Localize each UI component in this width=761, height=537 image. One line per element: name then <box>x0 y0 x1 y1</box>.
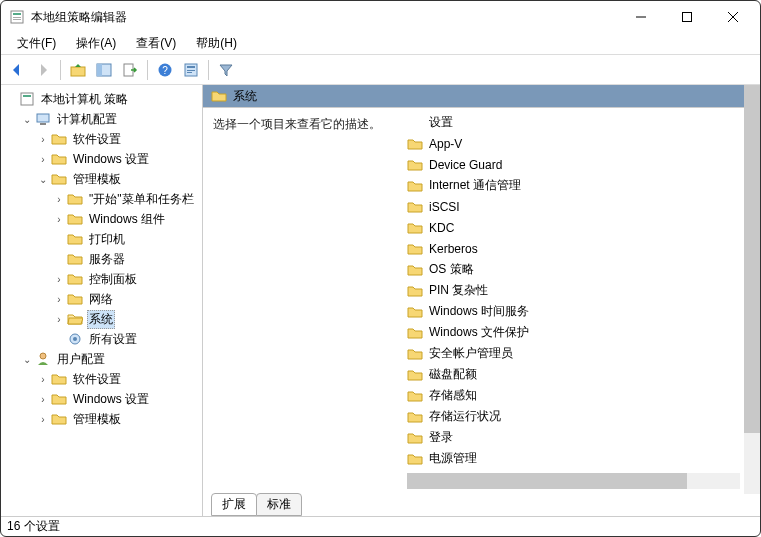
list-item[interactable]: Internet 通信管理 <box>403 175 744 196</box>
folder-icon <box>67 291 83 307</box>
chevron-right-icon[interactable]: › <box>51 214 67 225</box>
tree-computer-config[interactable]: ⌄ 计算机配置 <box>3 109 200 129</box>
list-item[interactable]: 登录 <box>403 427 744 448</box>
tree-label: 本地计算机 策略 <box>39 91 130 108</box>
tab-standard[interactable]: 标准 <box>256 493 302 516</box>
app-icon <box>9 9 25 25</box>
list-item[interactable]: PIN 复杂性 <box>403 280 744 301</box>
column-header[interactable]: 系统 <box>203 85 744 107</box>
chevron-down-icon[interactable]: ⌄ <box>19 114 35 125</box>
svg-point-23 <box>73 337 77 341</box>
tree-item[interactable]: 打印机 <box>3 229 200 249</box>
maximize-button[interactable] <box>664 2 710 32</box>
menu-action[interactable]: 操作(A) <box>66 33 126 54</box>
horizontal-scrollbar[interactable] <box>407 473 740 489</box>
list-column[interactable]: 设置 App-V Device Guard Internet 通信管理 iSCS… <box>403 108 744 494</box>
list-item[interactable]: iSCSI <box>403 196 744 217</box>
chevron-right-icon[interactable]: › <box>51 274 67 285</box>
chevron-right-icon[interactable]: › <box>51 314 67 325</box>
list-item[interactable]: OS 策略 <box>403 259 744 280</box>
export-list-button[interactable] <box>118 58 142 82</box>
description-column: 选择一个项目来查看它的描述。 <box>203 108 403 494</box>
minimize-button[interactable] <box>618 2 664 32</box>
tree-item[interactable]: ›"开始"菜单和任务栏 <box>3 189 200 209</box>
forward-button[interactable] <box>31 58 55 82</box>
tree-item[interactable]: ›Windows 组件 <box>3 209 200 229</box>
vertical-scrollbar[interactable] <box>744 85 760 494</box>
folder-icon <box>51 411 67 427</box>
title-bar: 本地组策略编辑器 <box>1 1 760 33</box>
list-item[interactable]: Windows 文件保护 <box>403 322 744 343</box>
tree-item[interactable]: ›Windows 设置 <box>3 149 200 169</box>
list-item[interactable]: 电源管理 <box>403 448 744 469</box>
list-item[interactable]: 安全帐户管理员 <box>403 343 744 364</box>
menu-file[interactable]: 文件(F) <box>7 33 66 54</box>
close-button[interactable] <box>710 2 756 32</box>
svg-point-24 <box>40 353 46 359</box>
list-header[interactable]: 设置 <box>403 112 744 133</box>
chevron-right-icon[interactable]: › <box>51 294 67 305</box>
window-controls <box>618 2 756 32</box>
toolbar-separator <box>147 60 148 80</box>
scrollbar-thumb[interactable] <box>744 85 760 433</box>
folder-icon <box>407 262 423 278</box>
tree-item[interactable]: ›Windows 设置 <box>3 389 200 409</box>
folder-icon <box>407 367 423 383</box>
chevron-down-icon[interactable]: ⌄ <box>35 174 51 185</box>
tree-user-config[interactable]: ⌄用户配置 <box>3 349 200 369</box>
tree-item[interactable]: ›网络 <box>3 289 200 309</box>
list-item[interactable]: Windows 时间服务 <box>403 301 744 322</box>
list-item[interactable]: Kerberos <box>403 238 744 259</box>
filter-button[interactable] <box>214 58 238 82</box>
tree-pane[interactable]: 本地计算机 策略 ⌄ 计算机配置 ›软件设置 ›Windows 设置 ⌄管理模板… <box>1 85 203 516</box>
tree-item[interactable]: 所有设置 <box>3 329 200 349</box>
menu-help[interactable]: 帮助(H) <box>186 33 247 54</box>
help-button[interactable]: ? <box>153 58 177 82</box>
tree-item-system[interactable]: ›系统 <box>3 309 200 329</box>
folder-icon <box>67 231 83 247</box>
list-item[interactable]: App-V <box>403 133 744 154</box>
list-item[interactable]: KDC <box>403 217 744 238</box>
tree-item[interactable]: ›控制面板 <box>3 269 200 289</box>
list-item[interactable]: 存储感知 <box>403 385 744 406</box>
chevron-right-icon[interactable]: › <box>35 134 51 145</box>
item-label: Device Guard <box>429 158 502 172</box>
properties-button[interactable] <box>179 58 203 82</box>
list-item[interactable]: 磁盘配额 <box>403 364 744 385</box>
folder-icon <box>67 271 83 287</box>
chevron-right-icon[interactable]: › <box>35 154 51 165</box>
toolbar-separator <box>60 60 61 80</box>
scrollbar-thumb[interactable] <box>407 473 687 489</box>
item-label: iSCSI <box>429 200 460 214</box>
chevron-down-icon[interactable]: ⌄ <box>19 354 35 365</box>
folder-icon <box>51 151 67 167</box>
tree-admin-templates[interactable]: ⌄管理模板 <box>3 169 200 189</box>
folder-icon <box>407 220 423 236</box>
tree-item[interactable]: ›软件设置 <box>3 369 200 389</box>
folder-icon <box>407 304 423 320</box>
menu-view[interactable]: 查看(V) <box>126 33 186 54</box>
folder-icon <box>407 199 423 215</box>
item-label: Windows 时间服务 <box>429 303 529 320</box>
tree-label: 网络 <box>87 291 115 308</box>
tree-item[interactable]: ›软件设置 <box>3 129 200 149</box>
tree-item[interactable]: 服务器 <box>3 249 200 269</box>
tabs-row: 扩展 标准 <box>203 494 760 516</box>
show-hide-tree-button[interactable] <box>92 58 116 82</box>
tree-root[interactable]: 本地计算机 策略 <box>3 89 200 109</box>
tab-extended[interactable]: 扩展 <box>211 493 257 516</box>
user-icon <box>35 351 51 367</box>
chevron-right-icon[interactable]: › <box>35 394 51 405</box>
chevron-right-icon[interactable]: › <box>35 414 51 425</box>
back-button[interactable] <box>5 58 29 82</box>
list-item[interactable]: Device Guard <box>403 154 744 175</box>
list-item[interactable]: 存储运行状况 <box>403 406 744 427</box>
tree-label: 软件设置 <box>71 131 123 148</box>
tree-item[interactable]: ›管理模板 <box>3 409 200 429</box>
folder-icon <box>51 131 67 147</box>
up-button[interactable] <box>66 58 90 82</box>
chevron-right-icon[interactable]: › <box>51 194 67 205</box>
folder-icon <box>407 241 423 257</box>
chevron-right-icon[interactable]: › <box>35 374 51 385</box>
item-label: Kerberos <box>429 242 478 256</box>
